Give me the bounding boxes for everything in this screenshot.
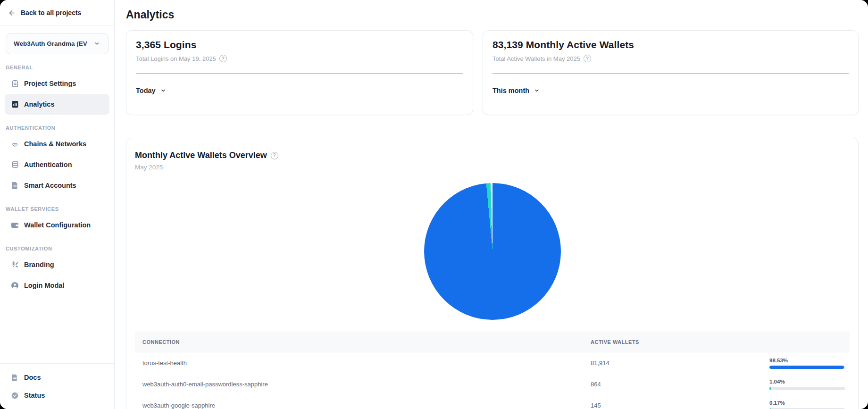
active-wallets-stat-card: 83,139 Monthly Active Wallets Total Acti… [483,30,859,115]
connection-cell: web3auth-google-sapphire [135,402,583,409]
active-wallets-range-dropdown[interactable]: This month [492,87,540,94]
docs-icon [10,373,19,382]
sidebar-footer: Docs Status [0,364,114,409]
wallets-overview-card: Monthly Active Wallets Overview ? May 20… [126,138,859,409]
sidebar-item-authentication[interactable]: Authentication [5,154,109,175]
connection-cell: torus-test-health [135,359,583,367]
logins-range-dropdown[interactable]: Today [136,87,166,94]
sidebar-item-chains-networks[interactable]: Chains & Networks [5,134,109,154]
active-wallets-range-value: This month [492,87,529,94]
docs-link[interactable]: Docs [0,368,114,386]
percent-bar-fill [769,387,771,390]
percent-label: 1.04% [769,379,846,384]
percent-label: 98.53% [769,358,846,363]
logins-stat-subtitle: Total Logins on May 19, 2025 [136,55,216,62]
back-label: Back to all projects [21,9,81,17]
sidebar-item-branding[interactable]: Branding [5,254,109,275]
sidebar-item-wallet-configuration[interactable]: Wallet Configuration [5,215,109,235]
percent-cell: 0.17% [769,400,850,409]
percent-label: 0.17% [769,400,846,406]
table-row[interactable]: web3auth-google-sapphire 145 0.17% [135,395,850,409]
help-icon[interactable]: ? [219,55,227,62]
clipboard-icon [10,79,19,88]
table-row[interactable]: web3auth-auth0-email-passwordless-sapphi… [135,374,850,395]
section-label-wallet-services: WALLET SERVICES [6,206,114,212]
sidebar-item-project-settings[interactable]: Project Settings [5,73,109,94]
chart-title: Monthly Active Wallets Overview [135,150,267,160]
chevron-down-icon [92,39,101,48]
table-row[interactable]: torus-test-health 81,914 98.53% [135,352,850,374]
connections-table: CONNECTION ACTIVE WALLETS torus-test-hea… [135,332,850,409]
sidebar-item-label: Login Modal [24,282,64,289]
network-signal-icon [10,140,19,149]
sidebar-item-label: Smart Accounts [24,182,76,189]
help-icon[interactable]: ? [271,152,278,159]
page-title: Analytics [126,8,859,21]
analytics-chart-icon [10,100,19,109]
wallets-cell: 81,914 [583,359,769,367]
stat-card-divider [492,74,849,74]
pie-chart-wrap [135,183,850,320]
project-selector-value: Web3Auth Grandma (EV [14,40,87,47]
wallets-cell: 145 [583,402,769,409]
database-icon [10,160,19,169]
stats-row: 3,365 Logins Total Logins on May 19, 202… [126,30,859,115]
col-header-active-wallets: ACTIVE WALLETS [583,339,769,345]
section-label-general: GENERAL [6,65,114,70]
chevron-down-icon [160,88,166,93]
col-header-connection: CONNECTION [135,339,583,345]
arrow-left-icon [8,8,17,17]
sidebar: Back to all projects Web3Auth Grandma (E… [0,0,115,409]
file-icon [10,181,19,190]
help-icon[interactable]: ? [584,55,591,62]
logins-range-value: Today [136,87,156,94]
sidebar-item-label: Wallet Configuration [24,221,91,229]
active-wallets-subtitle-row: Total Active Wallets in May 2025 ? [492,55,849,62]
back-to-projects-link[interactable]: Back to all projects [0,0,114,25]
status-link[interactable]: Status [0,386,114,404]
docs-label: Docs [24,374,41,381]
stat-card-divider [136,74,463,74]
active-wallets-stat-value: 83,139 Monthly Active Wallets [492,39,849,50]
status-check-icon [10,391,19,400]
user-circle-icon [10,281,19,290]
sidebar-item-label: Authentication [24,161,72,168]
percent-cell: 98.53% [769,358,850,369]
logins-stat-value: 3,365 Logins [136,39,463,50]
logins-stat-card: 3,365 Logins Total Logins on May 19, 202… [126,30,473,115]
main-content: Analytics 3,365 Logins Total Logins on M… [115,0,868,409]
sidebar-item-analytics[interactable]: Analytics [5,94,109,115]
sidebar-item-label: Chains & Networks [24,140,86,148]
percent-bar-track [769,387,845,390]
percent-bar-fill [769,366,844,369]
status-label: Status [24,392,45,399]
wallets-cell: 864 [583,381,769,388]
table-header-row: CONNECTION ACTIVE WALLETS [135,332,850,352]
branding-brush-icon [10,260,19,269]
sidebar-item-label: Branding [24,261,54,268]
pie-chart[interactable] [424,183,561,320]
sidebar-item-label: Analytics [24,100,54,108]
sidebar-item-smart-accounts[interactable]: Smart Accounts [5,175,109,196]
section-label-authentication: AUTHENTICATION [6,125,114,131]
percent-cell: 1.04% [769,379,850,390]
project-selector[interactable]: Web3Auth Grandma (EV [6,33,108,54]
active-wallets-subtitle: Total Active Wallets in May 2025 [492,55,580,62]
logins-stat-subtitle-row: Total Logins on May 19, 2025 ? [136,55,463,62]
percent-bar-track [769,366,845,369]
app-window: Back to all projects Web3Auth Grandma (E… [0,0,868,409]
sidebar-divider [0,25,114,26]
wallet-icon [10,221,19,230]
sidebar-item-label: Project Settings [24,80,76,87]
section-label-customization: CUSTOMIZATION [6,246,114,251]
chart-title-row: Monthly Active Wallets Overview ? [135,150,850,160]
chevron-down-icon [534,88,540,93]
chart-subtitle: May 2025 [135,164,850,171]
sidebar-item-login-modal[interactable]: Login Modal [5,275,109,296]
connection-cell: web3auth-auth0-email-passwordless-sapphi… [135,381,583,388]
sidebar-nav: GENERAL Project Settings Analytics AUTHE… [0,54,114,363]
